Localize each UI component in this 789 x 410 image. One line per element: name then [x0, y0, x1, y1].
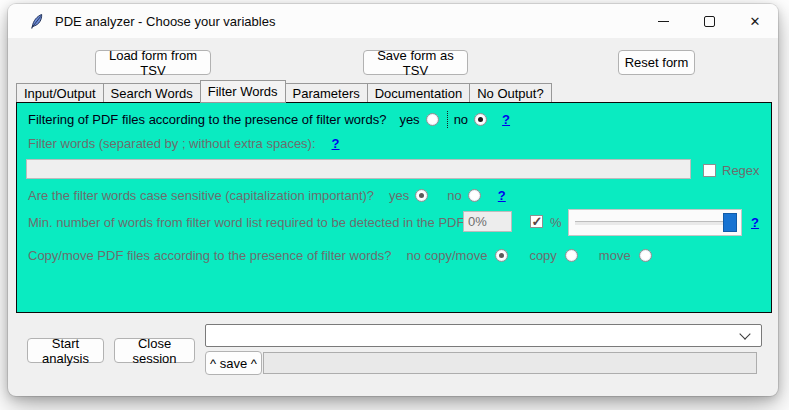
session-combobox-input[interactable]	[206, 328, 741, 343]
tab-input-output[interactable]: Input/Output	[16, 83, 104, 103]
save-form-button[interactable]: Save form as TSV	[363, 50, 468, 75]
filter-words-row: Filter words (separated by ; without ext…	[28, 136, 340, 151]
min-words-input[interactable]	[463, 211, 512, 232]
session-combobox[interactable]	[205, 324, 762, 347]
copy-radio[interactable]	[565, 249, 578, 262]
close-session-button[interactable]: Close session	[114, 338, 195, 363]
regex-option: Regex	[703, 163, 760, 178]
regex-label: Regex	[722, 163, 760, 178]
title-bar: PDE analyzer - Choose your variables ✕	[8, 4, 778, 38]
case-sensitive-label: Are the filter words case sensitive (cap…	[28, 188, 374, 203]
tab-no-output[interactable]: No Output?	[469, 83, 552, 103]
filtering-no-label: no	[454, 112, 468, 127]
filtering-help-link[interactable]: ?	[502, 112, 510, 127]
copy-move-row: Copy/move PDF files according to the pre…	[28, 248, 652, 263]
case-yes-label: yes	[389, 188, 409, 203]
filtering-question-label: Filtering of PDF files according to the …	[28, 112, 386, 127]
case-sensitive-row: Are the filter words case sensitive (cap…	[28, 188, 506, 203]
min-words-help-link[interactable]: ?	[751, 215, 759, 230]
reset-form-button[interactable]: Reset form	[618, 50, 695, 75]
filtering-yes-radio[interactable]	[426, 113, 439, 126]
maximize-icon	[704, 16, 715, 27]
desktop: { "colors": { "panel_bg": "#0aebc1", "li…	[0, 0, 789, 410]
close-icon: ✕	[750, 15, 761, 28]
filter-words-help-link[interactable]: ?	[332, 136, 340, 151]
filter-words-input[interactable]	[26, 159, 691, 179]
filter-words-panel: Filtering of PDF files according to the …	[16, 102, 772, 313]
min-words-slider[interactable]	[568, 209, 742, 236]
close-button[interactable]: ✕	[732, 4, 778, 38]
slider-trough	[575, 221, 735, 225]
no-copy-move-radio[interactable]	[495, 249, 508, 262]
minimize-icon	[658, 21, 669, 22]
case-yes-radio[interactable]	[415, 189, 428, 202]
tab-search-words[interactable]: Search Words	[103, 83, 201, 103]
start-analysis-button[interactable]: Start analysis	[27, 338, 104, 363]
filter-words-label: Filter words (separated by ; without ext…	[28, 136, 316, 151]
no-copy-move-label: no copy/move	[406, 248, 487, 263]
min-words-row: Min. number of words from filter word li…	[28, 215, 488, 230]
min-words-label: Min. number of words from filter word li…	[28, 215, 488, 230]
tab-filter-words[interactable]: Filter Words	[200, 80, 286, 103]
save-session-button[interactable]: ^ save ^	[205, 351, 262, 375]
filtering-row: Filtering of PDF files according to the …	[28, 111, 510, 128]
tab-documentation[interactable]: Documentation	[367, 83, 470, 103]
copy-label: copy	[529, 248, 556, 263]
case-no-label: no	[447, 188, 461, 203]
window-title: PDE analyzer - Choose your variables	[55, 14, 275, 29]
minimize-button[interactable]	[640, 4, 686, 38]
session-name-input[interactable]	[263, 352, 757, 374]
case-sensitive-help-link[interactable]: ?	[498, 188, 506, 203]
filtering-yes-label: yes	[399, 112, 419, 127]
percent-label: %	[550, 215, 562, 230]
case-no-radio[interactable]	[468, 189, 481, 202]
filtering-no-radio[interactable]	[474, 113, 487, 126]
percent-checkbox[interactable]	[530, 215, 543, 228]
load-form-button[interactable]: Load form from TSV	[95, 50, 211, 75]
slider-handle[interactable]	[723, 213, 737, 232]
copy-move-label: Copy/move PDF files according to the pre…	[28, 248, 391, 263]
app-window: PDE analyzer - Choose your variables ✕ L…	[8, 4, 778, 396]
feather-app-icon	[29, 13, 44, 30]
chevron-down-icon[interactable]	[739, 328, 750, 339]
focus-divider	[447, 111, 448, 128]
maximize-button[interactable]	[686, 4, 732, 38]
move-label: move	[599, 248, 631, 263]
tab-bar: Input/Output Search Words Filter Words P…	[16, 80, 551, 103]
window-controls: ✕	[640, 4, 778, 38]
tab-parameters[interactable]: Parameters	[285, 83, 368, 103]
move-radio[interactable]	[639, 249, 652, 262]
regex-checkbox[interactable]	[703, 164, 716, 177]
